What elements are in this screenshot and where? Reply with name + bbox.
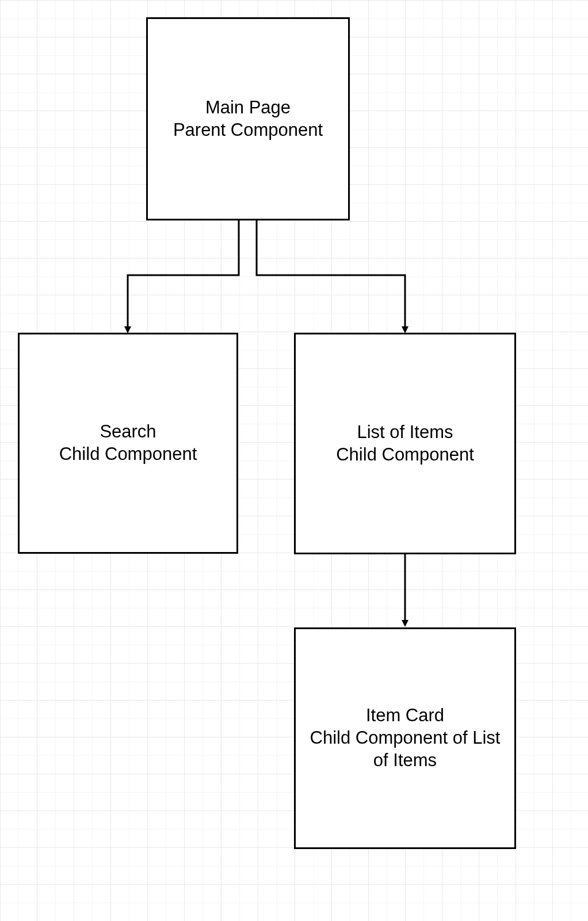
node-item-card: Item Card Child Component of List of Ite… xyxy=(294,627,516,849)
node-item-card-title: Item Card xyxy=(366,705,444,727)
node-list-subtitle: Child Component xyxy=(336,444,474,466)
diagram-canvas: Main Page Parent Component Search Child … xyxy=(0,0,588,921)
node-search: Search Child Component xyxy=(18,333,238,554)
node-search-title: Search xyxy=(100,421,156,443)
edge-main-to-search xyxy=(128,220,239,332)
node-main-page-title: Main Page xyxy=(205,97,291,119)
edge-main-to-list xyxy=(257,220,405,332)
node-search-subtitle: Child Component xyxy=(59,443,197,466)
node-item-card-subtitle: Child Component of List of Items xyxy=(304,727,506,772)
node-main-page: Main Page Parent Component xyxy=(146,17,350,220)
node-list-of-items: List of Items Child Component xyxy=(294,333,516,554)
node-main-page-subtitle: Parent Component xyxy=(173,119,323,142)
node-list-title: List of Items xyxy=(357,421,453,444)
